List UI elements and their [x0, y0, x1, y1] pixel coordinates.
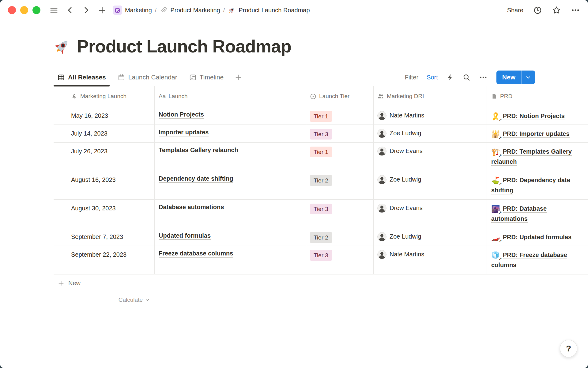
tier-badge[interactable]: Tier 3 — [310, 204, 332, 214]
filter-button[interactable]: Filter — [405, 74, 418, 81]
cell-launch-tier[interactable]: Tier 2 — [306, 171, 374, 199]
prd-page-link[interactable]: PRD: Notion Projects — [503, 113, 565, 120]
more-options-icon[interactable] — [571, 6, 580, 15]
launch-page-link[interactable]: Importer updates — [159, 129, 209, 136]
launch-page-link[interactable]: Notion Projects — [159, 111, 204, 119]
page-link-arrow-icon: ↗ — [498, 239, 502, 243]
forward-icon[interactable] — [82, 6, 90, 14]
sort-button[interactable]: Sort — [427, 74, 438, 81]
breadcrumb-item-marketing[interactable]: Marketing — [113, 6, 152, 15]
table-row: July 14, 2023 Importer updates Tier 3 Zo… — [54, 125, 588, 143]
cell-launch-tier[interactable]: Tier 1 — [306, 143, 374, 171]
person-chip[interactable]: Nate Martins — [377, 250, 487, 259]
cell-launch[interactable]: Dependency date shifting — [155, 171, 306, 199]
tier-badge[interactable]: Tier 1 — [310, 147, 332, 157]
cell-launch-tier[interactable]: Tier 2 — [306, 228, 374, 246]
sidebar-toggle-icon[interactable] — [50, 6, 58, 14]
tier-badge[interactable]: Tier 2 — [310, 175, 332, 186]
cell-prd[interactable]: 🧊↗PRD: Freeze database columns — [487, 246, 588, 274]
person-chip[interactable]: Drew Evans — [377, 147, 487, 156]
column-header-marketing-dri[interactable]: Marketing DRI — [374, 86, 487, 107]
cell-marketing-launch[interactable]: July 26, 2023 — [54, 143, 155, 171]
cell-prd[interactable]: 🕌↗PRD: Importer updates — [487, 125, 588, 142]
cell-marketing-launch[interactable]: July 14, 2023 — [54, 125, 155, 142]
chevron-down-icon — [145, 297, 150, 302]
breadcrumb-item-product-launch-roadmap[interactable]: Product Launch Roadmap — [228, 6, 310, 14]
column-header-marketing-launch[interactable]: Marketing Launch — [54, 86, 155, 107]
cell-marketing-dri[interactable]: Nate Martins — [374, 107, 487, 125]
cell-prd[interactable]: 🌆↗PRD: Database automations — [487, 200, 588, 228]
column-header-launch-tier[interactable]: Launch Tier — [306, 86, 374, 107]
cell-marketing-dri[interactable]: Zoe Ludwig — [374, 171, 487, 199]
launch-page-link[interactable]: Freeze database columns — [159, 250, 233, 258]
updates-clock-icon[interactable] — [533, 6, 542, 15]
tier-badge[interactable]: Tier 3 — [310, 129, 332, 140]
add-view-icon[interactable] — [232, 74, 245, 81]
zoom-window-button[interactable] — [32, 6, 40, 14]
new-dropdown-chevron-icon[interactable] — [521, 71, 535, 84]
cell-launch-tier[interactable]: Tier 1 — [306, 107, 374, 125]
tab-launch-calendar[interactable]: Launch Calendar — [114, 69, 181, 86]
favorite-star-icon[interactable] — [552, 6, 561, 15]
close-window-button[interactable] — [8, 6, 16, 14]
launch-page-link[interactable]: Dependency date shifting — [159, 175, 233, 183]
cell-launch[interactable]: Freeze database columns — [155, 246, 306, 274]
cell-launch[interactable]: Templates Gallery relaunch — [155, 143, 306, 171]
cell-launch[interactable]: Database automations — [155, 200, 306, 228]
prd-page-link[interactable]: PRD: Freeze database columns — [491, 251, 567, 269]
cell-marketing-launch[interactable]: September 22, 2023 — [54, 246, 155, 274]
tier-badge[interactable]: Tier 3 — [310, 250, 332, 261]
cell-launch[interactable]: Notion Projects — [155, 107, 306, 125]
avatar — [377, 147, 386, 156]
cell-prd[interactable]: 🏗️↗PRD: Templates Gallery relaunch — [487, 143, 588, 171]
cell-marketing-launch[interactable]: May 16, 2023 — [54, 107, 155, 125]
cell-marketing-dri[interactable]: Nate Martins — [374, 246, 487, 274]
person-chip[interactable]: Drew Evans — [377, 204, 487, 213]
tier-badge[interactable]: Tier 2 — [310, 232, 332, 243]
breadcrumb-item-product-marketing[interactable]: Product Marketing — [160, 6, 220, 14]
person-chip[interactable]: Zoe Ludwig — [377, 175, 487, 184]
add-row-button[interactable]: New — [54, 274, 588, 292]
cell-marketing-launch[interactable]: August 30, 2023 — [54, 200, 155, 228]
tier-badge[interactable]: Tier 1 — [310, 111, 332, 122]
new-page-icon[interactable] — [98, 6, 106, 14]
help-button[interactable]: ? — [560, 340, 577, 357]
calculate-button[interactable]: Calculate — [54, 292, 155, 308]
cell-marketing-dri[interactable]: Drew Evans — [374, 200, 487, 228]
cell-launch-tier[interactable]: Tier 3 — [306, 125, 374, 142]
cell-prd[interactable]: 🎗️↗PRD: Notion Projects — [487, 107, 588, 125]
cell-launch-tier[interactable]: Tier 3 — [306, 200, 374, 228]
share-button[interactable]: Share — [507, 7, 523, 14]
person-chip[interactable]: Zoe Ludwig — [377, 129, 487, 138]
cell-prd[interactable]: 🏎️↗PRD: Updated formulas — [487, 228, 588, 246]
launch-page-link[interactable]: Updated formulas — [159, 232, 211, 240]
cell-marketing-dri[interactable]: Zoe Ludwig — [374, 228, 487, 246]
column-header-launch[interactable]: Aa Launch — [155, 86, 306, 107]
prd-page-link[interactable]: PRD: Updated formulas — [503, 234, 571, 241]
launch-page-link[interactable]: Templates Gallery relaunch — [159, 147, 238, 154]
automations-lightning-icon[interactable] — [446, 73, 454, 81]
cell-prd[interactable]: ⛳↗PRD: Dependency date shifting — [487, 171, 588, 199]
prd-page-link[interactable]: PRD: Importer updates — [503, 130, 570, 138]
cell-launch-tier[interactable]: Tier 3 — [306, 246, 374, 274]
prd-page-link[interactable]: PRD: Dependency date shifting — [491, 177, 570, 194]
person-chip[interactable]: Zoe Ludwig — [377, 232, 487, 241]
column-header-prd[interactable]: PRD — [487, 86, 588, 107]
cell-launch[interactable]: Updated formulas — [155, 228, 306, 246]
launch-page-link[interactable]: Database automations — [159, 204, 224, 211]
cell-marketing-launch[interactable]: September 7, 2023 — [54, 228, 155, 246]
page-icon-rocket[interactable] — [54, 38, 71, 55]
back-icon[interactable] — [66, 6, 74, 14]
cell-launch[interactable]: Importer updates — [155, 125, 306, 142]
view-options-icon[interactable] — [479, 73, 488, 82]
search-icon[interactable] — [462, 73, 471, 82]
new-button[interactable]: New — [496, 71, 521, 84]
minimize-window-button[interactable] — [20, 6, 28, 14]
cell-marketing-dri[interactable]: Drew Evans — [374, 143, 487, 171]
tab-all-releases[interactable]: All Releases — [54, 69, 110, 86]
person-chip[interactable]: Nate Martins — [377, 111, 487, 120]
prd-page-link[interactable]: PRD: Templates Gallery relaunch — [491, 148, 572, 166]
tab-timeline[interactable]: Timeline — [185, 69, 228, 86]
cell-marketing-dri[interactable]: Zoe Ludwig — [374, 125, 487, 142]
cell-marketing-launch[interactable]: August 16, 2023 — [54, 171, 155, 199]
